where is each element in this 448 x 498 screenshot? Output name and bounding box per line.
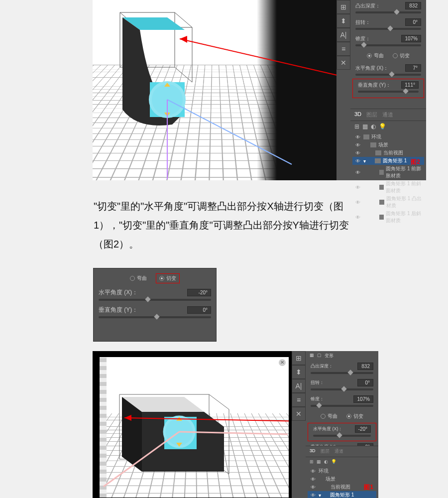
crop-panel: 弯曲 切变 水平角度 (X)： -20° 垂直角度 (Y)： 0°	[93, 268, 217, 342]
tab-layers[interactable]: 图层	[366, 111, 377, 119]
tool-icon[interactable]: ⊞	[336, 0, 350, 14]
eye-icon[interactable]: 👁	[355, 158, 361, 164]
radio-shear[interactable]: 切变	[393, 52, 410, 59]
tree-mat[interactable]: 👁圆角矩形 1 前斜面材质	[352, 180, 424, 195]
vert-angle-value[interactable]: 111°	[401, 81, 419, 89]
node-icon	[379, 200, 384, 205]
vert-angle-slider[interactable]	[358, 91, 419, 93]
radio-bend[interactable]: 弯曲	[130, 273, 147, 283]
eye-icon[interactable]: 👁	[311, 469, 317, 474]
extrude-depth-value[interactable]: 832	[357, 363, 373, 370]
tree-mat[interactable]: 👁圆角矩形 1 凸出材质	[352, 195, 424, 210]
tool-icon[interactable]: ≡	[336, 42, 350, 56]
taper-slider[interactable]	[311, 405, 373, 407]
radio-shear[interactable]: 切变	[159, 275, 176, 282]
tab-channels[interactable]: 通道	[382, 111, 393, 119]
node-icon	[370, 142, 376, 147]
twist-slider[interactable]	[311, 388, 373, 390]
radio-dot-icon	[130, 276, 135, 281]
panel-3d-filter-icons: ⊞▦◐💡	[306, 457, 378, 466]
tree-env[interactable]: 👁环境	[352, 133, 424, 141]
radio-dot-icon	[159, 276, 164, 281]
tree-shape[interactable]: 👁▾圆角矩形 1	[352, 157, 424, 165]
extrude-depth-slider[interactable]: .slider-track::after{left:var(--p,50%);}	[355, 11, 421, 13]
tab-layers[interactable]: 图层	[321, 448, 330, 455]
horiz-angle-value[interactable]: -20°	[355, 425, 371, 433]
horiz-angle-value[interactable]: 7°	[405, 64, 421, 72]
tool-icon[interactable]: ✕	[292, 407, 306, 421]
crop-vert-slider[interactable]	[99, 316, 211, 318]
tree-scene[interactable]: 👁场景	[352, 141, 424, 149]
twist-value[interactable]: 0°	[357, 379, 373, 386]
eye-icon[interactable]: 👁	[355, 150, 361, 156]
horiz-angle-slider[interactable]	[355, 74, 421, 76]
filter-icon[interactable]: ◐	[371, 123, 376, 130]
article-text: "切变"里的"水平角度"可调整凸出部分按X轴进行切变（图1），"切变"里的"垂直…	[94, 197, 357, 253]
horiz-angle-label: 水平角度 (X)：	[355, 65, 388, 72]
radio-bend[interactable]: 弯曲	[367, 52, 384, 59]
taper-label: 锥度：	[311, 396, 324, 402]
extrude-depth-slider[interactable]	[311, 372, 373, 374]
tree-mat[interactable]: 👁圆角矩形 1 前膨胀材质	[352, 165, 424, 180]
twist-label: 扭转：	[311, 379, 324, 386]
close-icon[interactable]: ✕	[279, 359, 286, 366]
tree-shape[interactable]: 👁▾圆角矩形 1	[308, 491, 376, 498]
fig2-viewport[interactable]: ✕	[100, 357, 289, 498]
filter-icon[interactable]: ⊞	[354, 123, 359, 130]
vert-angle-row: 垂直角度 (Y)： 111°	[353, 79, 424, 90]
crop-vert-value[interactable]: 0°	[187, 306, 211, 314]
tool-icon[interactable]: A|	[336, 28, 350, 42]
fig1-3d-panel: 3D 图层 通道 ⊞ ▦ ◐ 💡 👁环境 👁场景 👁当前视图 👁▾圆角矩形 1 …	[350, 109, 426, 180]
tool-icon[interactable]: ⊞	[292, 351, 306, 365]
node-icon	[379, 215, 384, 220]
svg-marker-19	[124, 415, 131, 421]
eye-icon[interactable]: 👁	[355, 142, 361, 148]
bend-shear-radio: 弯曲 切变	[350, 49, 426, 62]
panel-3d-tree: 👁环境 👁场景 👁当前视图 👁▾圆角矩形 1 👁圆角矩形 1 前膨胀材质 👁圆角…	[350, 132, 426, 226]
radio-shear[interactable]: 切变	[346, 413, 363, 420]
filter-icon[interactable]: ◐	[324, 459, 328, 464]
filter-icon[interactable]: ⊞	[310, 459, 314, 464]
eye-icon[interactable]: 👁	[311, 485, 317, 490]
svg-line-7	[180, 39, 336, 95]
tool-icon[interactable]: A|	[292, 379, 306, 393]
eye-icon[interactable]: 👁	[311, 493, 317, 498]
radio-bend[interactable]: 弯曲	[321, 413, 337, 420]
horiz-angle-slider[interactable]	[313, 435, 371, 437]
extrude-depth-label: 凸出深度：	[355, 2, 380, 9]
tree-scene[interactable]: 👁场景	[308, 475, 376, 483]
twist-slider[interactable]	[355, 28, 421, 30]
crop-horiz-value[interactable]: -20°	[187, 289, 211, 296]
twist-value[interactable]: 0°	[405, 18, 421, 26]
eye-icon[interactable]: 👁	[355, 185, 360, 190]
crop-horiz-slider[interactable]	[99, 299, 211, 301]
twist-row: 扭转： 0°	[350, 16, 426, 27]
filter-icon[interactable]: 💡	[331, 459, 336, 464]
eye-icon[interactable]: 👁	[311, 477, 317, 482]
tree-mat[interactable]: 👁圆角矩形 1 后斜面材质	[352, 210, 424, 225]
filter-icon[interactable]: ▦	[362, 123, 368, 130]
tab-channels[interactable]: 通道	[335, 448, 343, 455]
radio-dot-icon	[393, 53, 398, 58]
taper-slider[interactable]	[355, 44, 421, 46]
tool-icon[interactable]: ⬍	[292, 365, 306, 379]
taper-value[interactable]: 107%	[401, 35, 421, 42]
eye-icon[interactable]: 👁	[355, 170, 360, 175]
deform-icon: ▢	[317, 353, 322, 359]
tool-icon[interactable]: ⬍	[336, 14, 350, 28]
eye-icon[interactable]: 👁	[355, 134, 361, 140]
node-icon	[379, 185, 384, 190]
tree-view[interactable]: 👁当前视图	[352, 149, 424, 157]
extrude-depth-value[interactable]: 832	[405, 2, 421, 9]
fig1-red-arrow	[93, 0, 336, 180]
tree-env[interactable]: 👁环境	[308, 467, 376, 475]
tab-3d[interactable]: 3D	[310, 448, 316, 455]
filter-icon[interactable]: ▦	[317, 459, 321, 464]
tool-icon[interactable]: ≡	[292, 393, 306, 407]
tool-icon[interactable]: ✕	[336, 56, 350, 70]
filter-icon[interactable]: 💡	[379, 123, 386, 130]
fig1-viewport[interactable]	[93, 0, 336, 180]
tree-view[interactable]: 👁当前视图	[308, 483, 376, 491]
taper-value[interactable]: 107%	[353, 395, 373, 403]
tab-3d[interactable]: 3D	[354, 111, 361, 119]
